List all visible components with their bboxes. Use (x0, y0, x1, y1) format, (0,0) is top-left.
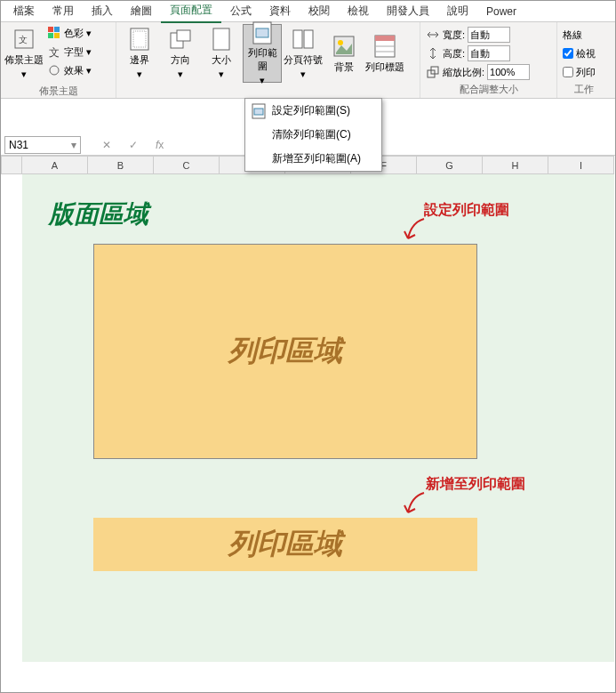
view-gridlines-checkbox[interactable] (563, 48, 573, 59)
annotation-set: 設定列印範圍 (424, 201, 509, 220)
breaks-button[interactable]: 分頁符號▾ (284, 24, 323, 83)
sheet-area[interactable]: 版面區域 列印區域 列印區域 設定列印範圍 新增至列印範圍 (22, 174, 614, 673)
print-area-1-text: 列印區域 (228, 332, 342, 371)
tab-開發人員[interactable]: 開發人員 (378, 0, 438, 22)
column-header[interactable]: I (548, 156, 614, 174)
svg-text:文: 文 (49, 46, 60, 59)
width-icon (426, 28, 440, 42)
fonts-button[interactable]: 文字型 ▾ (45, 43, 93, 60)
tab-繪圖[interactable]: 繪圖 (122, 0, 161, 22)
arrow-2-icon (396, 488, 431, 523)
margins-icon (127, 27, 152, 52)
tab-資料[interactable]: 資料 (260, 0, 300, 22)
annotation-add: 新增至列印範圍 (426, 475, 525, 494)
breaks-icon (291, 27, 316, 52)
tab-說明[interactable]: 說明 (438, 0, 477, 22)
column-header[interactable]: G (417, 156, 483, 174)
orientation-icon (168, 27, 193, 52)
print-titles-icon (372, 34, 397, 59)
colors-button[interactable]: 色彩 ▾ (45, 24, 93, 42)
width-label: 寬度: (443, 28, 465, 42)
cancel-icon[interactable]: ✕ (102, 139, 111, 151)
effects-icon (47, 63, 61, 77)
size-icon (209, 27, 234, 52)
scale-icon (426, 65, 440, 79)
tab-Power[interactable]: Power (477, 2, 525, 21)
layout-title-text: 版面區域 (49, 197, 148, 231)
tab-檔案[interactable]: 檔案 (4, 0, 44, 22)
width-input[interactable] (468, 27, 510, 43)
column-header[interactable]: H (483, 156, 548, 174)
svg-rect-11 (177, 30, 190, 41)
set-print-area-item[interactable]: 設定列印範圍(S) (245, 99, 381, 123)
print-area-dropdown: 設定列印範圍(S) 清除列印範圍(C) 新增至列印範圍(A) (244, 98, 382, 172)
group-label-themes: 佈景主題 (4, 83, 112, 100)
set-area-icon (252, 104, 267, 118)
select-all-corner[interactable] (1, 156, 22, 174)
svg-text:文: 文 (19, 35, 28, 44)
svg-point-7 (50, 66, 59, 75)
svg-rect-4 (48, 33, 53, 38)
height-icon (426, 46, 440, 60)
svg-rect-2 (48, 27, 53, 32)
name-box[interactable]: N31▾ (4, 136, 81, 154)
group-label-page-setup (120, 83, 416, 97)
effects-button[interactable]: 效果 ▾ (45, 61, 93, 79)
column-header[interactable]: A (22, 156, 88, 174)
column-header[interactable]: B (88, 156, 154, 174)
tab-常用[interactable]: 常用 (44, 0, 83, 22)
themes-button[interactable]: 文 佈景主題 ▾ (4, 24, 44, 83)
height-label: 高度: (443, 47, 465, 60)
font-icon: 文 (47, 44, 61, 59)
themes-icon: 文 (12, 27, 36, 52)
ribbon: 文 佈景主題 ▾ 色彩 ▾ 文字型 ▾ 效果 ▾ 佈景主題 邊界▾ 方向▾ 大小… (1, 22, 615, 99)
svg-rect-20 (375, 36, 395, 41)
margins-button[interactable]: 邊界▾ (120, 24, 159, 83)
scale-input[interactable] (487, 64, 530, 80)
size-button[interactable]: 大小▾ (202, 24, 241, 83)
print-area-icon (250, 21, 275, 44)
chevron-down-icon: ▾ (21, 68, 27, 80)
svg-rect-5 (54, 33, 60, 38)
tab-插入[interactable]: 插入 (83, 0, 122, 22)
worksheet-grid: ABCDEFGHI 123456789101112131415161718192… (1, 156, 615, 641)
themes-label: 佈景主題 (4, 53, 44, 67)
add-print-area-item[interactable]: 新增至列印範圍(A) (245, 147, 381, 171)
column-header[interactable]: C (154, 156, 220, 174)
background-icon (332, 34, 356, 59)
print-gridlines-checkbox[interactable] (563, 67, 573, 77)
svg-rect-26 (254, 109, 263, 115)
group-label-gridlines: 工作 (561, 81, 607, 98)
tab-頁面配置[interactable]: 頁面配置 (161, 0, 221, 23)
print-area-1: 列印區域 (93, 244, 477, 459)
print-area-2-text: 列印區域 (228, 525, 342, 564)
gridlines-label: 格線 (561, 26, 597, 44)
svg-rect-3 (54, 27, 60, 32)
ribbon-tabs: 檔案常用插入繪圖頁面配置公式資料校閱檢視開發人員說明Power (1, 1, 615, 22)
tab-公式[interactable]: 公式 (221, 0, 260, 22)
fx-icon[interactable]: fx (156, 139, 164, 151)
clear-print-area-item[interactable]: 清除列印範圍(C) (245, 123, 381, 147)
palette-icon (47, 26, 61, 40)
group-label-scale: 配合調整大小 (424, 81, 553, 98)
orientation-button[interactable]: 方向▾ (161, 24, 200, 83)
svg-rect-15 (293, 30, 302, 48)
print-titles-button[interactable]: 列印標題 (365, 24, 404, 83)
background-button[interactable]: 背景 (324, 24, 364, 83)
tab-檢視[interactable]: 檢視 (339, 0, 378, 22)
print-area-2: 列印區域 (93, 518, 477, 571)
svg-rect-12 (213, 28, 229, 50)
height-input[interactable] (468, 45, 510, 61)
enter-icon[interactable]: ✓ (129, 139, 138, 151)
print-area-button[interactable]: 列印範圍▾ (243, 24, 282, 83)
svg-point-18 (338, 40, 343, 45)
scale-label: 縮放比例: (443, 66, 484, 79)
arrow-1-icon (396, 214, 431, 249)
svg-rect-16 (304, 30, 313, 48)
svg-rect-14 (256, 28, 268, 37)
tab-校閱[interactable]: 校閱 (300, 0, 339, 22)
